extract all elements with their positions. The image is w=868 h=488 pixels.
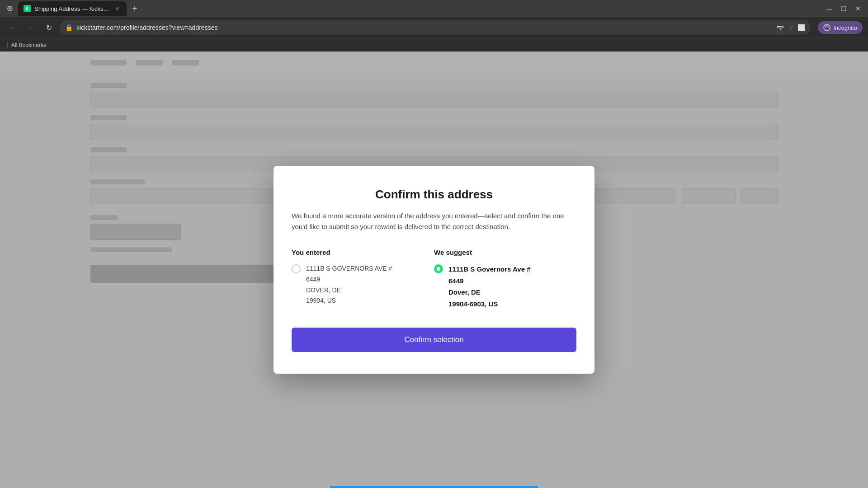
all-bookmarks-label[interactable]: All Bookmarks <box>11 42 46 48</box>
suggested-line2: 6449 <box>448 275 530 287</box>
minimize-button[interactable]: — <box>823 2 835 15</box>
bottom-progress-bar <box>330 486 538 488</box>
incognito-button[interactable]: Incognito <box>818 21 863 34</box>
suggested-address-text: 1111B S Governors Ave # 6449 Dover, DE 1… <box>448 263 530 310</box>
toolbar-icons: Incognito <box>818 21 863 34</box>
star-icon[interactable]: ☆ <box>788 24 794 31</box>
bookmarks-separator <box>7 42 8 49</box>
restore-button[interactable]: ❐ <box>837 2 850 15</box>
address-bar-row: ← → ↻ 🔒 kickstarter.com/profile/addresse… <box>0 17 868 38</box>
address-bar[interactable]: 🔒 kickstarter.com/profile/addresses?view… <box>60 20 811 35</box>
modal-overlay: Confirm this address We found a more acc… <box>0 52 868 488</box>
address-columns: You entered 1111B S GOVERNORS AVE # 6449… <box>292 249 576 310</box>
suggested-radio-button[interactable] <box>434 264 443 273</box>
url-text: kickstarter.com/profile/addresses?view=a… <box>76 24 773 31</box>
modal-dialog: Confirm this address We found a more acc… <box>274 166 594 374</box>
entered-line4: 19904, US <box>306 296 392 306</box>
you-entered-header: You entered <box>292 249 434 256</box>
suggested-line1: 1111B S Governors Ave # <box>448 263 530 275</box>
close-button[interactable]: ✕ <box>852 2 864 15</box>
device-icon: ⬜ <box>797 24 805 31</box>
entered-line3: DOVER, DE <box>306 285 392 296</box>
entered-address-text: 1111B S GOVERNORS AVE # 6449 DOVER, DE 1… <box>306 263 392 306</box>
forward-button[interactable]: → <box>24 20 38 35</box>
tab-group-button[interactable] <box>4 2 16 15</box>
new-tab-button[interactable]: + <box>128 2 141 15</box>
we-suggest-column: We suggest 1111B S Governors Ave # 6449 … <box>434 249 576 310</box>
suggested-line4: 19904-6903, US <box>448 298 530 310</box>
back-button[interactable]: ← <box>5 20 20 35</box>
lock-icon: 🔒 <box>65 24 73 31</box>
tab-title: Shipping Address — Kickstarter <box>34 5 109 12</box>
window-controls: — ❐ ✕ <box>823 2 864 15</box>
confirm-selection-button[interactable]: Confirm selection <box>292 328 576 352</box>
tab-bar: K Shipping Address — Kickstarter × + — ❐… <box>0 0 868 17</box>
you-entered-column: You entered 1111B S GOVERNORS AVE # 6449… <box>292 249 434 310</box>
entered-radio-button[interactable] <box>292 264 301 273</box>
tab-close-button[interactable]: × <box>113 5 121 13</box>
address-bar-icons: 📷 ☆ ⬜ <box>777 24 805 31</box>
tab-favicon: K <box>24 5 31 12</box>
suggested-line3: Dover, DE <box>448 286 530 298</box>
modal-description: We found a more accurate version of the … <box>292 211 576 232</box>
incognito-label: Incognito <box>833 24 857 31</box>
entered-line2: 6449 <box>306 274 392 285</box>
active-tab[interactable]: K Shipping Address — Kickstarter × <box>18 1 127 16</box>
bookmarks-bar: All Bookmarks <box>0 38 868 52</box>
we-suggest-header: We suggest <box>434 249 576 256</box>
browser-chrome: K Shipping Address — Kickstarter × + — ❐… <box>0 0 868 52</box>
svg-point-1 <box>824 24 830 31</box>
modal-title: Confirm this address <box>292 188 576 202</box>
suggested-option[interactable]: 1111B S Governors Ave # 6449 Dover, DE 1… <box>434 263 576 310</box>
entered-line1: 1111B S GOVERNORS AVE # <box>306 263 392 274</box>
page-content: Confirm this address We found a more acc… <box>0 52 868 488</box>
no-camera-icon: 📷 <box>777 24 784 31</box>
reload-button[interactable]: ↻ <box>42 20 56 35</box>
you-entered-option[interactable]: 1111B S GOVERNORS AVE # 6449 DOVER, DE 1… <box>292 263 434 306</box>
